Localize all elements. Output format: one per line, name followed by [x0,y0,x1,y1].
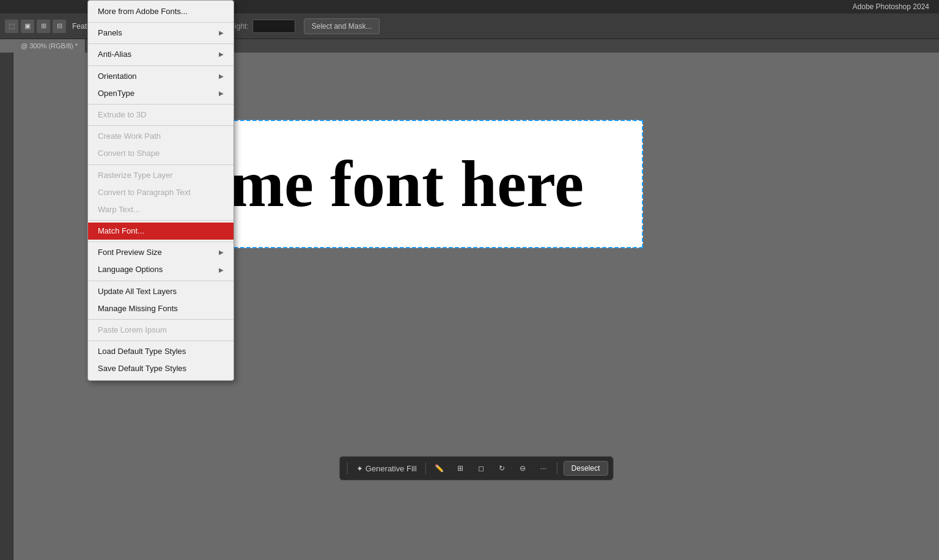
menu-item-label: Font Preview Size [98,247,162,258]
toolbar-icon-3[interactable]: ⊞ [37,20,50,33]
menu-item-label: Rasterize Type Layer [98,170,173,181]
menu-separator-3 [88,65,234,66]
menu-item-label: Convert to Shape [98,148,160,159]
transform-icon: ⊞ [455,463,465,473]
menu-item-opentype[interactable]: OpenType ▶ [88,85,234,102]
rotate-icon: ↻ [497,463,507,473]
menu-item-create-work-path: Create Work Path [88,128,234,145]
ctx-subtract-button[interactable]: ⊖ [513,461,532,476]
menu-item-rasterize-type: Rasterize Type Layer [88,167,234,184]
menu-separator-2 [88,43,234,44]
menu-item-label: Warp Text... [98,204,140,215]
submenu-arrow: ▶ [219,72,224,81]
menu-item-extrude-3d: Extrude to 3D [88,106,234,123]
menu-item-label: Manage Missing Fonts [98,303,178,314]
menu-separator-4 [88,104,234,105]
context-toolbar: ✦ Generative Fill ✏️ ⊞ ◻ ↻ ⊖ ··· Deselec… [339,456,614,481]
menu-item-load-default-styles[interactable]: Load Default Type Styles [88,343,234,360]
menu-item-label: Update All Text Layers [98,286,177,297]
edit-icon: ✏️ [435,463,444,473]
menu-item-update-all-text[interactable]: Update All Text Layers [88,283,234,300]
select-mask-button[interactable]: Select and Mask... [304,18,380,34]
menu-item-label: OpenType [98,88,134,99]
menu-separator-8 [88,241,234,242]
generative-fill-icon: ✦ [356,464,363,473]
submenu-arrow: ▶ [219,266,224,274]
submenu-arrow: ▶ [219,50,224,59]
menu-item-label: Paste Lorem Ipsum [98,325,167,336]
menu-item-label: Load Default Type Styles [98,346,186,357]
menu-separator-11 [88,341,234,341]
submenu-arrow: ▶ [219,89,224,98]
menu-separator-6 [88,164,234,165]
ctx-transform-button[interactable]: ⊞ [451,461,470,476]
menu-item-label: Convert to Paragraph Text [98,187,191,198]
app-title: Adobe Photoshop 2024 [853,2,929,11]
menu-separator-5 [88,125,234,126]
ctx-rotate-button[interactable]: ↻ [492,461,512,476]
menu-item-convert-paragraph: Convert to Paragraph Text [88,184,234,201]
ctx-separator-2 [557,462,558,474]
menu-item-more-adobe-fonts[interactable]: More from Adobe Fonts... [88,3,234,20]
menu-item-label: More from Adobe Fonts... [98,6,188,17]
toolbar-icon-2[interactable]: ▣ [21,20,34,33]
crop-icon: ◻ [476,463,486,473]
menu-item-label: Create Work Path [98,131,161,142]
left-sidebar [0,53,13,560]
menu-item-label: Match Font... [98,226,144,237]
menu-item-label: Save Default Type Styles [98,363,186,374]
menu-item-warp-text: Warp Text... [88,201,234,218]
menu-item-label: Language Options [98,264,163,275]
submenu-arrow: ▶ [219,248,224,257]
dropdown-menu: More from Adobe Fonts... Panels ▶ Anti-A… [87,0,234,381]
ctx-crop-button[interactable]: ◻ [471,461,491,476]
menu-separator-9 [88,281,234,281]
menu-item-label: Anti-Alias [98,49,131,60]
menu-item-language-options[interactable]: Language Options ▶ [88,261,234,278]
ctx-edit-button[interactable]: ✏️ [430,461,449,476]
submenu-arrow: ▶ [219,29,224,37]
toolbar-icon-1[interactable]: ⬚ [5,20,18,33]
menu-item-match-font[interactable]: Match Font... [88,223,234,240]
menu-item-convert-to-shape: Convert to Shape [88,145,234,162]
menu-item-label: Orientation [98,71,137,82]
menu-separator-10 [88,319,234,320]
height-input[interactable] [252,20,295,33]
toolbar-icons: ⬚ ▣ ⊞ ⊟ [5,20,66,33]
menu-item-label: Panels [98,28,122,39]
ctx-more-button[interactable]: ··· [534,461,553,476]
menu-item-anti-alias[interactable]: Anti-Alias ▶ [88,46,234,63]
menu-separator-1 [88,22,234,23]
generative-fill-label: Generative Fill [366,464,417,473]
generative-fill-button[interactable]: ✦ Generative Fill [352,462,422,476]
menu-separator-7 [88,220,234,221]
menu-item-orientation[interactable]: Orientation ▶ [88,68,234,85]
menu-item-label: Extrude to 3D [98,109,147,120]
ctx-separator-left [347,462,348,474]
menu-item-save-default-styles[interactable]: Save Default Type Styles [88,360,234,377]
more-icon: ··· [539,463,548,473]
subtract-icon: ⊖ [518,463,528,473]
menu-item-panels[interactable]: Panels ▶ [88,24,234,42]
ctx-separator-1 [425,462,426,474]
toolbar-icon-4[interactable]: ⊟ [53,20,66,33]
tab-item-active[interactable]: @ 300% (RGB/8) * [13,39,86,53]
menu-item-font-preview-size[interactable]: Font Preview Size ▶ [88,244,234,261]
menu-item-manage-missing-fonts[interactable]: Manage Missing Fonts [88,300,234,317]
menu-item-paste-lorem: Paste Lorem Ipsum [88,322,234,339]
deselect-button[interactable]: Deselect [564,461,608,476]
